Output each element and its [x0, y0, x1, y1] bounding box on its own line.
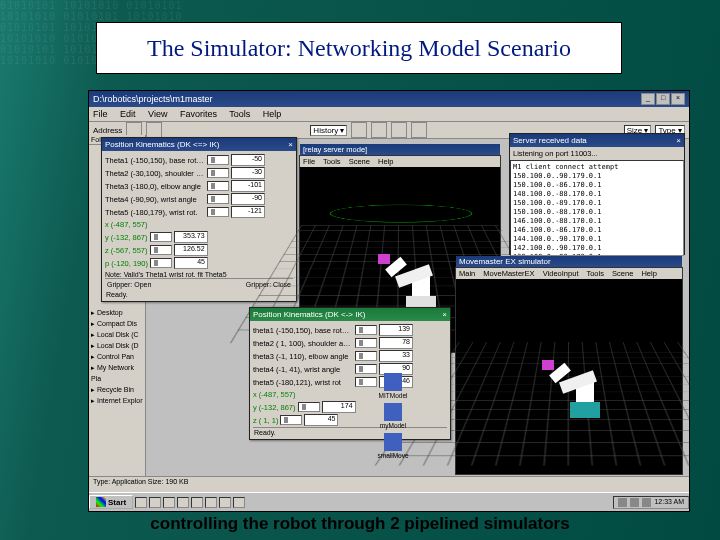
tray-icon[interactable] — [630, 498, 639, 507]
desktop-icon[interactable]: myModel — [373, 403, 413, 429]
folder-tree[interactable]: Desktop Compact Dis Local Disk (C Local … — [89, 305, 145, 408]
slider[interactable] — [207, 155, 229, 165]
slider-value[interactable]: 33 — [379, 350, 413, 362]
log-line: 150.100.0..90.179.0.1 — [513, 172, 681, 181]
menu-view[interactable]: View — [148, 109, 167, 119]
kinematics1-titlebar[interactable]: Position Kinematics (DK <=> IK) × — [102, 138, 296, 151]
viewport2-titlebar[interactable]: Movemaster EX simulator — [456, 256, 682, 267]
start-button[interactable]: Start — [89, 495, 133, 509]
slider-row: Theta5 (-180,179), wrist rot.-121 — [105, 206, 293, 218]
slider[interactable] — [280, 415, 302, 425]
toolbar-icon[interactable] — [371, 122, 387, 138]
tree-item[interactable]: Local Disk (D — [91, 340, 143, 351]
tree-item[interactable]: Local Disk (C — [91, 329, 143, 340]
toolbar-icon[interactable] — [411, 122, 427, 138]
slider[interactable] — [207, 168, 229, 178]
gripper-open-btn[interactable]: Gripper: Open — [107, 281, 151, 288]
tray-icon[interactable] — [642, 498, 651, 507]
menu-favorites[interactable]: Favorites — [180, 109, 217, 119]
main-menubar: File Edit View Favorites Tools Help — [89, 107, 689, 122]
tree-item[interactable]: Desktop — [91, 307, 143, 318]
slider-value[interactable]: 78 — [379, 337, 413, 349]
server-log[interactable]: M1 client connect attempt 150.100.0..90.… — [510, 160, 684, 256]
close-button[interactable]: × — [671, 93, 685, 105]
slider[interactable] — [207, 207, 229, 217]
slider-row: Theta3 (-180,0), elbow angle-101 — [105, 180, 293, 192]
kinematics1-title: Position Kinematics (DK <=> IK) — [105, 139, 220, 150]
slider-value[interactable]: -30 — [231, 167, 265, 179]
taskbar-item[interactable] — [191, 497, 203, 508]
vp-menu[interactable]: MoveMasterEX — [483, 269, 534, 278]
menu-file[interactable]: File — [93, 109, 108, 119]
slider-row: theta1 (-150,150), base rotation139 — [253, 324, 447, 336]
forward-button[interactable] — [146, 122, 162, 138]
taskbar-item[interactable] — [219, 497, 231, 508]
slide-title: The Simulator: Networking Model Scenario — [147, 35, 571, 62]
slider-value[interactable]: -50 — [231, 154, 265, 166]
tray-icon[interactable] — [618, 498, 627, 507]
slider[interactable] — [355, 351, 377, 361]
toolbar-icon[interactable] — [391, 122, 407, 138]
taskbar-item[interactable] — [233, 497, 245, 508]
slider[interactable] — [355, 325, 377, 335]
vp-menu[interactable]: Main — [459, 269, 475, 278]
toolbar-icon[interactable] — [351, 122, 367, 138]
vp-menu[interactable]: File — [303, 157, 315, 166]
vp-menu[interactable]: Tools — [586, 269, 604, 278]
menu-edit[interactable]: Edit — [120, 109, 136, 119]
taskbar-item[interactable] — [177, 497, 189, 508]
slider-value[interactable]: 126.52 — [174, 244, 208, 256]
coord-label: p (-120, 190) — [105, 259, 148, 268]
slider-row: theta5 (-180,121), wrist rot146 — [253, 376, 447, 388]
minimize-button[interactable]: _ — [641, 93, 655, 105]
slider[interactable] — [150, 258, 172, 268]
main-titlebar: D:\robotics\projects\m1master _ □ × — [89, 91, 689, 107]
slider[interactable] — [355, 338, 377, 348]
slider-value[interactable]: 45 — [174, 257, 208, 269]
history-dropdown[interactable]: History ▾ — [310, 125, 347, 136]
slider-value[interactable]: -90 — [231, 193, 265, 205]
vp-menu[interactable]: Tools — [323, 157, 341, 166]
taskbar: Start 12:33 AM — [89, 492, 689, 511]
slider-value[interactable]: 174 — [322, 401, 356, 413]
viewport-movemaster[interactable]: Movemaster EX simulator Main MoveMasterE… — [455, 267, 683, 475]
slider-value[interactable]: 353.73 — [174, 231, 208, 243]
server-titlebar[interactable]: Server received data × — [510, 134, 684, 147]
tree-item[interactable]: Control Pan — [91, 351, 143, 362]
close-icon[interactable]: × — [676, 135, 681, 146]
slider-value[interactable]: -101 — [231, 180, 265, 192]
system-tray[interactable]: 12:33 AM — [613, 496, 689, 509]
vp-menu[interactable]: VideoInput — [543, 269, 579, 278]
vp-menu[interactable]: Help — [641, 269, 656, 278]
taskbar-item[interactable] — [135, 497, 147, 508]
menu-help[interactable]: Help — [263, 109, 282, 119]
slider[interactable] — [150, 245, 172, 255]
slider[interactable] — [207, 194, 229, 204]
slider-value[interactable]: -121 — [231, 206, 265, 218]
taskbar-item[interactable] — [149, 497, 161, 508]
slider-value[interactable]: 45 — [304, 414, 338, 426]
tree-item[interactable]: Recycle Bin — [91, 384, 143, 395]
tree-item[interactable]: Compact Dis — [91, 318, 143, 329]
menu-tools[interactable]: Tools — [229, 109, 250, 119]
tree-item[interactable]: Internet Explor — [91, 395, 143, 406]
desktop-icon[interactable]: MITModel — [373, 373, 413, 399]
status-bar: Type: Application Size: 190 KB — [89, 476, 689, 493]
close-icon[interactable]: × — [288, 139, 293, 150]
tree-item[interactable]: My Network Pla — [91, 362, 143, 384]
slider[interactable] — [150, 232, 172, 242]
vp-menu[interactable]: Scene — [612, 269, 633, 278]
kinematics2-titlebar[interactable]: Position Kinematics (DK <-> IK) × — [250, 308, 450, 321]
slider-value[interactable]: 139 — [379, 324, 413, 336]
maximize-button[interactable]: □ — [656, 93, 670, 105]
clock: 12:33 AM — [654, 498, 684, 507]
robot-model-2 — [550, 354, 620, 418]
taskbar-item[interactable] — [163, 497, 175, 508]
slider[interactable] — [298, 402, 320, 412]
taskbar-item[interactable] — [205, 497, 217, 508]
desktop-icon[interactable]: smallMove — [373, 433, 413, 459]
vp-menu[interactable]: Scene — [349, 157, 370, 166]
close-icon[interactable]: × — [442, 309, 447, 320]
slider[interactable] — [207, 181, 229, 191]
vp-menu[interactable]: Help — [378, 157, 393, 166]
